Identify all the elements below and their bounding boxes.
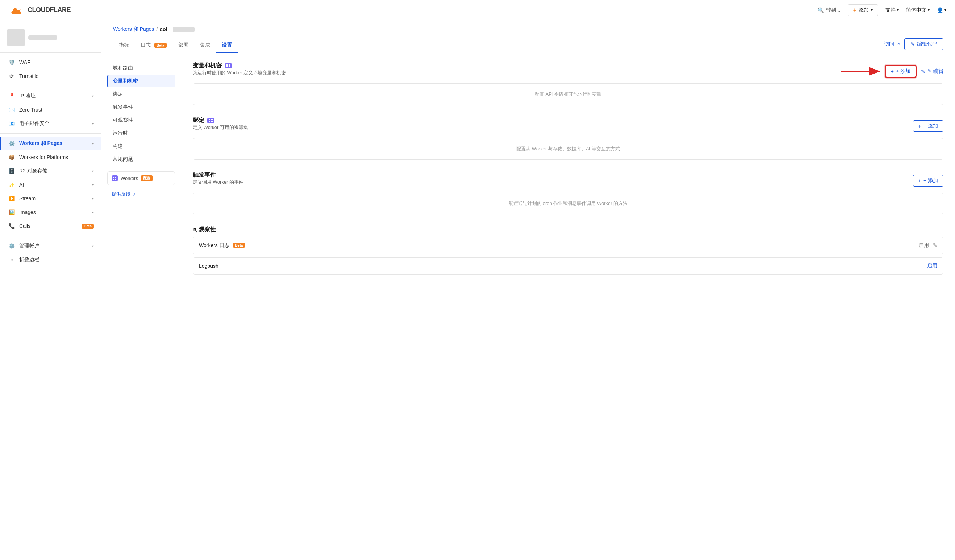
top-navigation: CLOUDFLARE 🔍 转到... + 添加 ▾ 支持 ▾ 简体中文 ▾ 👤 … xyxy=(0,0,955,20)
section-triggers-header: 触发事件 定义调用 Worker 的事件 + + 添加 xyxy=(193,171,943,190)
workers-config-icon xyxy=(112,175,118,181)
sidebar: 🛡️ WAF ⟳ Turnstile 📍 IP 地址 ▾ ✉️ Zero Tru… xyxy=(0,20,102,560)
sidebar-item-stream[interactable]: ▶️ Stream ▾ xyxy=(0,192,101,205)
section-variables-actions: + + 添加 ✎ ✎ 编辑 xyxy=(885,65,943,78)
bindings-icon xyxy=(207,118,214,123)
section-observability: 可观察性 Workers 日志 Beta 启用 ✎ xyxy=(193,226,943,275)
breadcrumb-pill-placeholder xyxy=(173,27,194,32)
section-variables-header: 变量和机密 为运行时使用的 Worker 定义环境变量和机密 xyxy=(193,62,943,80)
sidebar-item-email-security[interactable]: 📧 电子邮件安全 ▾ xyxy=(0,117,101,130)
sidebar-item-images[interactable]: 🖼️ Images ▾ xyxy=(0,205,101,219)
svg-rect-3 xyxy=(115,178,116,180)
tab-deploy[interactable]: 部署 xyxy=(172,38,194,53)
sidebar-item-workers-platforms[interactable]: 📦 Workers for Platforms xyxy=(0,150,101,164)
settings-nav-triggers[interactable]: 触发事件 xyxy=(107,101,175,113)
search-icon: 🔍 xyxy=(818,7,824,13)
logpush-label: Logpush xyxy=(199,263,218,269)
settings-nav-runtime[interactable]: 运行时 xyxy=(107,127,175,139)
r2-chevron-icon: ▾ xyxy=(92,169,94,173)
ip-chevron-icon: ▾ xyxy=(92,94,94,98)
add-button[interactable]: + 添加 ▾ xyxy=(848,4,878,16)
sidebar-item-waf[interactable]: 🛡️ WAF xyxy=(0,55,101,69)
sidebar-item-ai[interactable]: ✨ AI ▾ xyxy=(0,178,101,192)
sidebar-item-manage-account[interactable]: ⚙️ 管理帐户 ▾ xyxy=(0,239,101,253)
workers-config-label: Workers xyxy=(121,176,138,181)
svg-rect-12 xyxy=(209,121,210,122)
settings-nav-variables-secrets[interactable]: 变量和机密 xyxy=(107,75,175,87)
breadcrumb-parent-link[interactable]: Workers 和 Pages xyxy=(113,26,154,33)
obs-row-left-workers-logs: Workers 日志 Beta xyxy=(199,242,245,249)
external-link-icon: ↗ xyxy=(896,42,900,47)
stream-chevron-icon: ▾ xyxy=(92,197,94,201)
logo[interactable]: CLOUDFLARE xyxy=(9,5,70,15)
bindings-add-button[interactable]: + + 添加 xyxy=(913,120,943,132)
workers-logs-status: 启用 xyxy=(919,242,929,249)
sidebar-item-r2[interactable]: 🗄️ R2 对象存储 ▾ xyxy=(0,164,101,178)
breadcrumb-current: col xyxy=(160,27,167,32)
workers-pages-chevron-icon: ▾ xyxy=(92,142,94,145)
workers-logs-edit-icon[interactable]: ✎ xyxy=(933,242,937,249)
variables-placeholder: 配置 API 令牌和其他运行时变量 xyxy=(193,83,943,105)
settings-nav-domain-routing[interactable]: 域和路由 xyxy=(107,62,175,74)
triggers-add-button[interactable]: + + 添加 xyxy=(913,175,943,186)
variables-add-button[interactable]: + + 添加 xyxy=(885,65,917,78)
support-menu[interactable]: 支持 ▾ xyxy=(885,7,899,13)
account-section xyxy=(0,26,101,53)
settings-nav-build[interactable]: 构建 xyxy=(107,140,175,152)
images-chevron-icon: ▾ xyxy=(92,210,94,214)
settings-nav-general[interactable]: 常规问题 xyxy=(107,153,175,166)
section-observability-header: 可观察性 xyxy=(193,226,943,234)
page-header: Workers 和 Pages / col| 指标 日志 Beta 部署 集成 xyxy=(102,20,955,53)
user-menu[interactable]: 👤 ▾ xyxy=(937,7,946,13)
email-icon: 📧 xyxy=(8,120,15,127)
obs-row-right-logpush: 启用 xyxy=(927,263,937,269)
sidebar-item-zero-trust[interactable]: ✉️ Zero Trust xyxy=(0,103,101,117)
triggers-placeholder: 配置通过计划的 cron 作业和消息事件调用 Worker 的方法 xyxy=(193,193,943,214)
svg-rect-4 xyxy=(226,64,228,66)
breadcrumb-cursor: | xyxy=(169,27,170,32)
sidebar-item-turnstile[interactable]: ⟳ Turnstile xyxy=(0,69,101,83)
email-chevron-icon: ▾ xyxy=(92,122,94,126)
obs-row-left-logpush: Logpush xyxy=(199,263,218,269)
svg-rect-11 xyxy=(211,119,213,120)
topnav-right: 🔍 转到... + 添加 ▾ 支持 ▾ 简体中文 ▾ 👤 ▾ xyxy=(818,4,946,16)
bindings-plus-icon: + xyxy=(918,123,921,129)
ip-icon: 📍 xyxy=(8,93,15,99)
account-name-placeholder xyxy=(28,36,57,40)
ai-chevron-icon: ▾ xyxy=(92,183,94,187)
add-chevron-icon: ▾ xyxy=(871,8,873,12)
r2-icon: 🗄️ xyxy=(8,168,15,174)
logpush-enable-button[interactable]: 启用 xyxy=(927,263,937,269)
section-variables-desc: 为运行时使用的 Worker 定义环境变量和机密 xyxy=(193,70,286,76)
external-link-icon: ↗ xyxy=(133,192,136,197)
feedback-link[interactable]: 提供反馈 ↗ xyxy=(107,191,175,197)
sidebar-item-ip-address[interactable]: 📍 IP 地址 ▾ xyxy=(0,89,101,103)
settings-nav-observability[interactable]: 可观察性 xyxy=(107,114,175,127)
search-label: 转到... xyxy=(826,7,841,13)
sidebar-item-workers-pages[interactable]: ⚙️ Workers 和 Pages ▾ xyxy=(0,136,101,150)
svg-rect-7 xyxy=(229,66,230,67)
section-bindings-title-area: 绑定 定义 Worker 可用的资源集 xyxy=(193,117,248,135)
section-observability-title: 可观察性 xyxy=(193,226,216,234)
edit-code-button[interactable]: ✎ 编辑代码 xyxy=(904,38,943,50)
variables-icon xyxy=(225,63,232,69)
observability-row-workers-logs: Workers 日志 Beta 启用 ✎ xyxy=(193,236,943,254)
search-button[interactable]: 🔍 转到... xyxy=(818,7,841,13)
tab-logs[interactable]: 日志 Beta xyxy=(135,38,172,53)
settings-nav-bindings[interactable]: 绑定 xyxy=(107,88,175,100)
visit-button[interactable]: 访问 ↗ xyxy=(884,41,900,47)
sidebar-item-calls[interactable]: 📞 Calls Beta xyxy=(0,219,101,233)
obs-row-right-workers-logs: 启用 ✎ xyxy=(919,242,937,249)
tab-settings[interactable]: 设置 xyxy=(216,38,238,53)
edit-code-icon: ✎ xyxy=(910,41,915,47)
observability-row-logpush: Logpush 启用 xyxy=(193,257,943,275)
language-menu[interactable]: 简体中文 ▾ xyxy=(906,7,930,13)
section-variables-title: 变量和机密 xyxy=(193,62,222,70)
tab-integration[interactable]: 集成 xyxy=(194,38,216,53)
sidebar-item-collapse[interactable]: « 折叠边栏 xyxy=(0,253,101,267)
workers-config-box[interactable]: Workers 配置 xyxy=(107,171,175,185)
svg-rect-13 xyxy=(211,121,213,122)
variables-edit-button[interactable]: ✎ ✎ 编辑 xyxy=(921,68,943,75)
tab-metrics[interactable]: 指标 xyxy=(113,38,135,53)
turnstile-icon: ⟳ xyxy=(8,73,15,79)
